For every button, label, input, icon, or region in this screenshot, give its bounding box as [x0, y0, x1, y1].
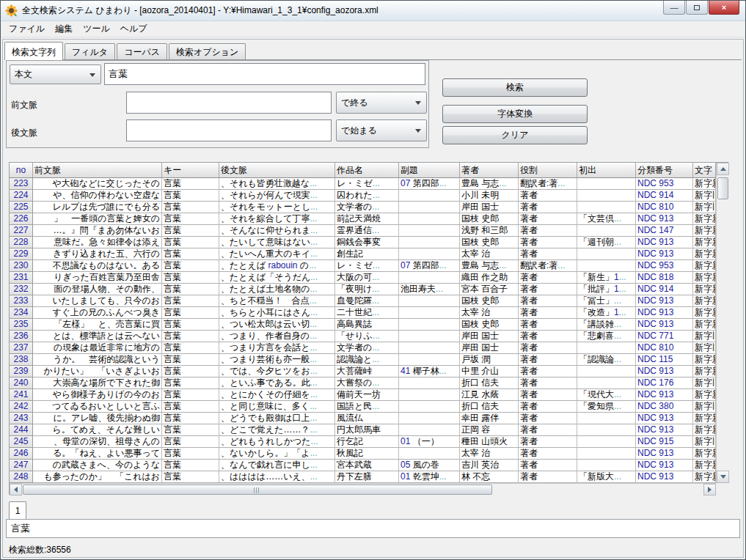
cell[interactable]: 新字新 — [693, 272, 716, 284]
cell[interactable]: 、ないかしら。」「よ... — [219, 448, 335, 460]
cell[interactable]: 246 — [10, 448, 33, 460]
cell[interactable]: 、では、今夕ヒツをお... — [219, 366, 335, 377]
cell[interactable]: 、つまり、作者自身の... — [219, 331, 335, 342]
cell[interactable]: NDC 818 — [636, 272, 693, 284]
menu-item-0[interactable]: ファイル — [4, 21, 50, 37]
cell[interactable]: 江見 水蔭 — [460, 389, 519, 401]
table-row[interactable]: 228意味だ。急々如律令は添え言葉、たいして意味はない...銅銭会事変国枝 史郎… — [10, 237, 716, 248]
cell[interactable] — [399, 248, 460, 260]
cell[interactable]: 銅銭会事変 — [335, 237, 399, 248]
cell[interactable]: 新字新 — [693, 389, 716, 401]
cell[interactable]: 言葉 — [162, 319, 219, 331]
cell[interactable]: 245 — [10, 436, 33, 448]
close-button[interactable]: × — [709, 1, 739, 15]
cell[interactable]: 「夜明け... — [335, 284, 399, 295]
cell[interactable]: NDC 913 — [636, 237, 693, 248]
cell[interactable]: 「左様」 と、売言葉に買 — [33, 319, 162, 331]
cell[interactable]: 幸田 露伴 — [460, 413, 519, 424]
table-row[interactable]: 244ら。てめえ、そんな難しい言葉、どこで覚えた……？...円太郎馬車正岡 容著… — [10, 424, 716, 436]
cell[interactable]: 、つまり方言を会話と... — [219, 342, 335, 354]
cell[interactable]: 国枝 史郎 — [460, 295, 519, 307]
cell[interactable]: NDC 913 — [636, 248, 693, 260]
column-header-3[interactable]: 後文脈 — [219, 163, 335, 178]
cell[interactable] — [399, 413, 460, 424]
cell[interactable]: NDC 810 — [636, 342, 693, 354]
cell[interactable]: 言葉 — [162, 389, 219, 401]
result-tab-1[interactable]: 1 — [9, 501, 26, 519]
table-row[interactable]: 230不思議なものはない。ある言葉、たとえば rabouin の...レ・ミゼ.… — [10, 260, 716, 272]
cell[interactable]: NDC 771 — [636, 331, 693, 342]
table-row[interactable]: 231りぎった百姓言葉乃至田舎言葉、たとえば「そうだん...大阪の可...織田 … — [10, 272, 716, 284]
cell[interactable]: 言葉 — [162, 190, 219, 202]
cell[interactable]: 備前天一坊 — [335, 389, 399, 401]
cell[interactable]: NDC 913 — [636, 389, 693, 401]
table-row[interactable]: 223や大砲などに交じったその言葉、それも皆勇壮激越な...レ・ミゼ...07 … — [10, 178, 716, 190]
glyph-convert-button[interactable]: 字体変換 — [442, 105, 588, 123]
cell[interactable]: 235 — [10, 319, 33, 331]
tab-3[interactable]: 検索オプション — [169, 43, 246, 59]
cell[interactable]: も参ったのか」 「これはお — [33, 471, 162, 483]
cell[interactable]: 著者 — [519, 331, 577, 342]
table-row[interactable]: 237の現象は最近非常に地方の言葉、つまり方言を会話と...文学者の...岸田 … — [10, 342, 716, 354]
column-header-7[interactable]: 役割 — [519, 163, 577, 178]
clear-button[interactable]: クリア — [442, 126, 588, 144]
cell[interactable]: NDC 913 — [636, 448, 693, 460]
cell[interactable]: 大嘗祭の... — [335, 377, 399, 389]
cell[interactable]: 226 — [10, 213, 33, 225]
cell[interactable]: 円太郎馬車 — [335, 424, 399, 436]
cell[interactable]: 227 — [10, 225, 33, 237]
cell[interactable]: NDC 913 — [636, 213, 693, 225]
cell[interactable]: 岸田 国士 — [460, 331, 519, 342]
cell[interactable]: 237 — [10, 342, 33, 354]
cell[interactable]: NDC 913 — [636, 295, 693, 307]
cell[interactable] — [399, 401, 460, 413]
cell[interactable]: いたしましても、只今のお — [33, 295, 162, 307]
cell[interactable]: 新字旧 — [693, 436, 716, 448]
cell[interactable]: 言葉 — [162, 225, 219, 237]
cell[interactable]: 言葉 — [162, 248, 219, 260]
table-row[interactable]: 241やら御様子ありげの今のお言葉、とにかくその仔細を...備前天一坊江見 水蔭… — [10, 389, 716, 401]
cell[interactable]: 大菩薩峠 — [335, 366, 399, 377]
cell[interactable]: 国語と民... — [335, 401, 399, 413]
cell[interactable]: 224 — [10, 190, 33, 202]
cell[interactable]: 225 — [10, 202, 33, 213]
cell[interactable]: 「悲劇喜... — [577, 331, 636, 342]
cell[interactable]: 229 — [10, 248, 33, 260]
cell[interactable] — [577, 248, 636, 260]
table-row[interactable]: 235「左様」 と、売言葉に買言葉、つい松太郎は云い切...高島異誌国枝 史郎著… — [10, 319, 716, 331]
cell[interactable]: 岸田 国士 — [460, 342, 519, 354]
cell[interactable] — [399, 448, 460, 460]
cell[interactable]: 著者 — [519, 471, 577, 483]
cell[interactable] — [399, 354, 460, 366]
cell[interactable]: 翻訳者:著... — [519, 178, 577, 190]
cell[interactable]: NDC 915 — [636, 436, 693, 448]
cell[interactable]: 文学者の... — [335, 342, 399, 354]
cell[interactable] — [399, 331, 460, 342]
cell[interactable]: 「改造」1... — [577, 307, 636, 319]
cell[interactable]: つてゐるおいとしいと言ふ — [33, 401, 162, 413]
cell[interactable] — [577, 460, 636, 471]
cell[interactable]: 著者 — [519, 354, 577, 366]
cell[interactable]: 「新版大... — [577, 471, 636, 483]
cell[interactable]: 、どこで覚えた……？... — [219, 424, 335, 436]
cell[interactable] — [577, 225, 636, 237]
cell[interactable]: 言葉 — [162, 413, 219, 424]
scroll-left-button[interactable] — [10, 484, 22, 495]
cell[interactable]: 新字旧 — [693, 202, 716, 213]
cell[interactable]: 言葉 — [162, 354, 219, 366]
cell[interactable]: 01 （一） — [399, 436, 460, 448]
cell[interactable]: 著者 — [519, 225, 577, 237]
cell[interactable]: 言葉 — [162, 460, 219, 471]
cell[interactable]: 236 — [10, 331, 33, 342]
table-row[interactable]: 226」 一番頭の言葉と婢女の言葉、それを綜合して丁寧...前記天満焼国枝 史郎… — [10, 213, 716, 225]
column-header-10[interactable]: 文字 — [693, 163, 716, 178]
cell[interactable]: 、たいへん重大のキイ... — [219, 248, 335, 260]
table-row[interactable]: 246る。「ねえ、よい悪事って言葉、ないかしら。」「よ...秋風記太宰 治著者N… — [10, 448, 716, 460]
cell[interactable]: 232 — [10, 284, 33, 295]
cell[interactable] — [399, 424, 460, 436]
tab-2[interactable]: コーパス — [117, 43, 167, 59]
restore-button[interactable] — [686, 1, 708, 15]
cell[interactable]: レルブは先づ誰にでも分る — [33, 202, 162, 213]
cell[interactable]: 国枝 史郎 — [460, 213, 519, 225]
cell[interactable]: 、つい松太郎は云い切... — [219, 319, 335, 331]
